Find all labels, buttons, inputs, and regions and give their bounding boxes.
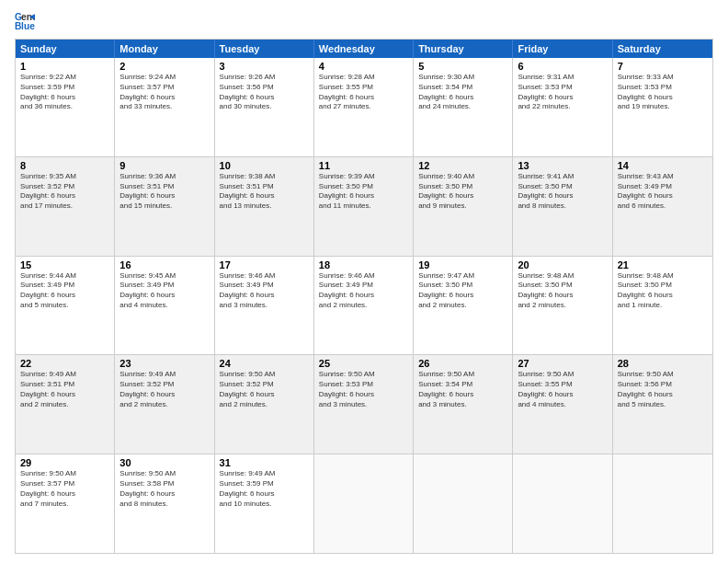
day-cell-14: 14Sunrise: 9:43 AM Sunset: 3:49 PM Dayli… (613, 157, 712, 256)
day-number: 7 (618, 61, 708, 72)
day-number: 30 (119, 457, 209, 468)
svg-text:lue: lue (21, 21, 35, 31)
day-info: Sunrise: 9:31 AM Sunset: 3:53 PM Dayligh… (518, 73, 607, 112)
day-info: Sunrise: 9:35 AM Sunset: 3:52 PM Dayligh… (20, 172, 109, 212)
calendar-body: 1Sunrise: 9:22 AM Sunset: 3:59 PM Daylig… (16, 58, 712, 553)
day-info: Sunrise: 9:41 AM Sunset: 3:50 PM Dayligh… (518, 172, 607, 212)
day-number: 12 (418, 160, 507, 171)
day-info: Sunrise: 9:49 AM Sunset: 3:51 PM Dayligh… (20, 370, 109, 409)
day-info: Sunrise: 9:39 AM Sunset: 3:50 PM Dayligh… (319, 172, 408, 212)
day-info: Sunrise: 9:46 AM Sunset: 3:49 PM Dayligh… (319, 271, 408, 311)
day-cell-11: 11Sunrise: 9:39 AM Sunset: 3:50 PM Dayli… (314, 157, 414, 256)
day-cell-17: 17Sunrise: 9:46 AM Sunset: 3:49 PM Dayli… (215, 257, 314, 355)
day-number: 19 (418, 259, 507, 270)
day-cell-1: 1Sunrise: 9:22 AM Sunset: 3:59 PM Daylig… (16, 58, 115, 156)
day-number: 23 (119, 358, 209, 369)
day-cell-5: 5Sunrise: 9:30 AM Sunset: 3:54 PM Daylig… (414, 58, 513, 156)
day-number: 28 (618, 358, 708, 369)
day-info: Sunrise: 9:50 AM Sunset: 3:57 PM Dayligh… (20, 469, 109, 509)
header-day-wednesday: Wednesday (314, 40, 414, 58)
calendar-row-2: 8Sunrise: 9:35 AM Sunset: 3:52 PM Daylig… (16, 156, 712, 256)
header-day-tuesday: Tuesday (215, 40, 314, 58)
day-info: Sunrise: 9:48 AM Sunset: 3:50 PM Dayligh… (618, 271, 708, 311)
day-cell-27: 27Sunrise: 9:50 AM Sunset: 3:55 PM Dayli… (513, 355, 612, 454)
header-day-monday: Monday (115, 40, 214, 58)
day-number: 27 (518, 358, 607, 369)
header-day-saturday: Saturday (613, 40, 712, 58)
page: G eneral B lue SundayMondayTuesdayWednes… (0, 0, 728, 563)
day-info: Sunrise: 9:26 AM Sunset: 3:56 PM Dayligh… (220, 73, 309, 112)
day-cell-10: 10Sunrise: 9:38 AM Sunset: 3:51 PM Dayli… (215, 157, 314, 256)
day-info: Sunrise: 9:43 AM Sunset: 3:49 PM Dayligh… (618, 172, 708, 212)
day-number: 2 (119, 61, 209, 72)
calendar-row-3: 15Sunrise: 9:44 AM Sunset: 3:49 PM Dayli… (16, 256, 712, 355)
logo-icon: G eneral B lue (15, 11, 35, 31)
day-cell-25: 25Sunrise: 9:50 AM Sunset: 3:53 PM Dayli… (314, 355, 414, 454)
day-number: 31 (220, 457, 309, 468)
day-number: 21 (618, 259, 708, 270)
day-number: 17 (220, 259, 309, 270)
day-info: Sunrise: 9:46 AM Sunset: 3:49 PM Dayligh… (220, 271, 309, 311)
day-number: 4 (319, 61, 408, 72)
day-info: Sunrise: 9:50 AM Sunset: 3:54 PM Dayligh… (418, 370, 507, 409)
day-cell-30: 30Sunrise: 9:50 AM Sunset: 3:58 PM Dayli… (115, 454, 214, 553)
calendar-row-4: 22Sunrise: 9:49 AM Sunset: 3:51 PM Dayli… (16, 354, 712, 454)
day-cell-28: 28Sunrise: 9:50 AM Sunset: 3:56 PM Dayli… (613, 355, 712, 454)
day-number: 10 (220, 160, 309, 171)
day-number: 24 (220, 358, 309, 369)
day-number: 16 (119, 259, 209, 270)
day-number: 15 (20, 259, 109, 270)
calendar-row-5: 29Sunrise: 9:50 AM Sunset: 3:57 PM Dayli… (16, 454, 712, 553)
day-cell-6: 6Sunrise: 9:31 AM Sunset: 3:53 PM Daylig… (513, 58, 612, 156)
day-info: Sunrise: 9:50 AM Sunset: 3:55 PM Dayligh… (518, 370, 607, 409)
day-number: 11 (319, 160, 408, 171)
empty-cell (314, 454, 414, 553)
day-info: Sunrise: 9:48 AM Sunset: 3:50 PM Dayligh… (518, 271, 607, 311)
day-cell-29: 29Sunrise: 9:50 AM Sunset: 3:57 PM Dayli… (16, 454, 115, 553)
header-day-friday: Friday (513, 40, 612, 58)
day-number: 6 (518, 61, 607, 72)
svg-text:B: B (15, 21, 21, 31)
day-cell-18: 18Sunrise: 9:46 AM Sunset: 3:49 PM Dayli… (314, 257, 414, 355)
day-number: 20 (518, 259, 607, 270)
day-info: Sunrise: 9:24 AM Sunset: 3:57 PM Dayligh… (119, 73, 209, 112)
day-info: Sunrise: 9:22 AM Sunset: 3:59 PM Dayligh… (20, 73, 109, 112)
day-cell-12: 12Sunrise: 9:40 AM Sunset: 3:50 PM Dayli… (414, 157, 513, 256)
day-number: 29 (20, 457, 109, 468)
day-info: Sunrise: 9:38 AM Sunset: 3:51 PM Dayligh… (220, 172, 309, 212)
day-cell-15: 15Sunrise: 9:44 AM Sunset: 3:49 PM Dayli… (16, 257, 115, 355)
empty-cell (513, 454, 612, 553)
day-number: 14 (618, 160, 708, 171)
day-number: 5 (418, 61, 507, 72)
day-info: Sunrise: 9:50 AM Sunset: 3:52 PM Dayligh… (220, 370, 309, 409)
day-cell-19: 19Sunrise: 9:47 AM Sunset: 3:50 PM Dayli… (414, 257, 513, 355)
day-info: Sunrise: 9:50 AM Sunset: 3:58 PM Dayligh… (119, 469, 209, 509)
day-info: Sunrise: 9:30 AM Sunset: 3:54 PM Dayligh… (418, 73, 507, 112)
day-number: 13 (518, 160, 607, 171)
day-info: Sunrise: 9:36 AM Sunset: 3:51 PM Dayligh… (119, 172, 209, 212)
day-cell-16: 16Sunrise: 9:45 AM Sunset: 3:49 PM Dayli… (115, 257, 214, 355)
day-cell-13: 13Sunrise: 9:41 AM Sunset: 3:50 PM Dayli… (513, 157, 612, 256)
day-number: 26 (418, 358, 507, 369)
day-cell-22: 22Sunrise: 9:49 AM Sunset: 3:51 PM Dayli… (16, 355, 115, 454)
day-info: Sunrise: 9:28 AM Sunset: 3:55 PM Dayligh… (319, 73, 408, 112)
header-day-thursday: Thursday (414, 40, 513, 58)
day-cell-24: 24Sunrise: 9:50 AM Sunset: 3:52 PM Dayli… (215, 355, 314, 454)
day-cell-3: 3Sunrise: 9:26 AM Sunset: 3:56 PM Daylig… (215, 58, 314, 156)
day-cell-21: 21Sunrise: 9:48 AM Sunset: 3:50 PM Dayli… (613, 257, 712, 355)
day-cell-23: 23Sunrise: 9:49 AM Sunset: 3:52 PM Dayli… (115, 355, 214, 454)
day-cell-26: 26Sunrise: 9:50 AM Sunset: 3:54 PM Dayli… (414, 355, 513, 454)
day-info: Sunrise: 9:50 AM Sunset: 3:53 PM Dayligh… (319, 370, 408, 409)
day-number: 8 (20, 160, 109, 171)
day-number: 9 (119, 160, 209, 171)
day-cell-20: 20Sunrise: 9:48 AM Sunset: 3:50 PM Dayli… (513, 257, 612, 355)
header-day-sunday: Sunday (16, 40, 115, 58)
day-cell-7: 7Sunrise: 9:33 AM Sunset: 3:53 PM Daylig… (613, 58, 712, 156)
calendar-row-1: 1Sunrise: 9:22 AM Sunset: 3:59 PM Daylig… (16, 58, 712, 156)
empty-cell (414, 454, 513, 553)
day-info: Sunrise: 9:40 AM Sunset: 3:50 PM Dayligh… (418, 172, 507, 212)
day-info: Sunrise: 9:50 AM Sunset: 3:56 PM Dayligh… (618, 370, 708, 409)
day-number: 18 (319, 259, 408, 270)
day-info: Sunrise: 9:45 AM Sunset: 3:49 PM Dayligh… (119, 271, 209, 311)
day-info: Sunrise: 9:47 AM Sunset: 3:50 PM Dayligh… (418, 271, 507, 311)
